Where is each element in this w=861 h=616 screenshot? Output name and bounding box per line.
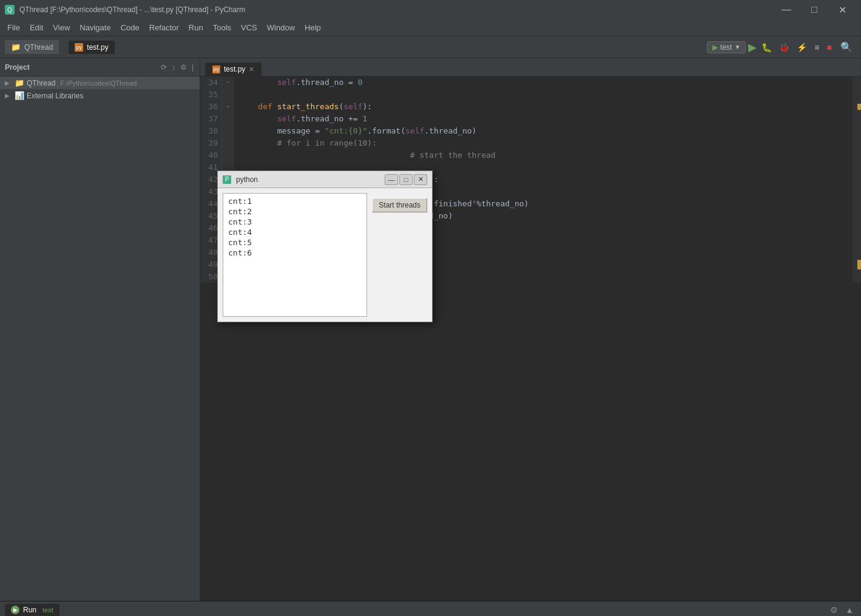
debug-button[interactable]: 🐛 (759, 41, 774, 53)
stop-button[interactable]: ■ (825, 41, 834, 53)
menu-file[interactable]: File (2, 21, 25, 35)
right-gutter-46 (853, 222, 861, 234)
minimize-button[interactable]: — (772, 0, 800, 19)
editor-tab-test-py[interactable]: py test.py ✕ (205, 63, 262, 76)
sidebar-collapse-btn[interactable]: ↕ (171, 62, 177, 73)
sidebar-sync-btn[interactable]: ⟳ (160, 62, 168, 73)
sidebar-title: Project (5, 63, 30, 72)
editor-tabs: py test.py ✕ (200, 58, 861, 76)
code-40: # start the thread (234, 149, 853, 161)
file-tab[interactable]: py test.py (69, 41, 114, 54)
bottom-settings-btn[interactable]: ⚙ (828, 604, 840, 616)
run-button[interactable]: ▶ (748, 41, 757, 54)
bottom-panel: ▶ Run test ⚙ ▲ ↺ ■ ⏸ ⇄ ☰ 🔲 🗑 "E:\Program… (0, 601, 861, 616)
run-configuration[interactable]: ▶ test ▼ (707, 41, 746, 53)
search-everywhere-button[interactable]: 🔍 (837, 40, 856, 54)
code-line-35: 35 (200, 89, 861, 101)
right-gutter-41 (853, 161, 861, 174)
toolbar-right: ▶ test ▼ ▶ 🐛 🐞 ⚡ ≡ ■ 🔍 (707, 40, 856, 54)
start-threads-button[interactable]: Start threads (372, 198, 427, 212)
editor-area: py test.py ✕ 34 – self.thread_no = 0 (200, 58, 861, 601)
right-gutter-38 (853, 125, 861, 137)
code-line-38: 38 message = "cnt:{0}".format(self.threa… (200, 125, 861, 137)
python-dialog[interactable]: P python — □ ✕ cnt:1 cnt:2 cnt:3 (217, 171, 433, 322)
sidebar-settings-btn[interactable]: ⚙ (179, 62, 188, 73)
code-35 (234, 89, 853, 101)
right-gutter-45 (853, 210, 861, 222)
code-line-39: 39 # for i in range(10): (200, 137, 861, 149)
code-editor[interactable]: 34 – self.thread_no = 0 35 (200, 76, 861, 601)
close-button[interactable]: ✕ (828, 0, 856, 19)
gutter-35 (222, 89, 234, 101)
menu-edit[interactable]: Edit (25, 21, 48, 35)
coverage-button[interactable]: 🐞 (777, 41, 792, 53)
bottom-controls: ⚙ ▲ (828, 604, 856, 616)
run-tab-name: test (42, 606, 53, 614)
sidebar: Project ⟳ ↕ ⚙ | ▶ 📁 QThread F:\Python\co… (0, 58, 200, 601)
bottom-up-btn[interactable]: ▲ (843, 604, 856, 616)
dialog-maximize-btn[interactable]: □ (399, 174, 413, 185)
code-37: self.thread_no += 1 (234, 113, 853, 125)
sidebar-item-qthread[interactable]: ▶ 📁 QThread F:\Python\codes\QThread (0, 76, 200, 89)
menu-run[interactable]: Run (184, 21, 208, 35)
dialog-close-btn[interactable]: ✕ (414, 174, 427, 185)
fold-arrow-34[interactable]: – (226, 76, 230, 89)
code-line-37: 37 self.thread_no += 1 (200, 113, 861, 125)
run-config-label: test (720, 43, 732, 52)
menu-vcs[interactable]: VCS (236, 21, 262, 35)
code-36: def start_threads(self): (234, 101, 853, 113)
code-34: self.thread_no = 0 (234, 76, 853, 89)
right-gutter-34 (853, 76, 861, 89)
run-config-dropdown-icon: ▼ (734, 44, 740, 50)
run-tab-label: Run (23, 606, 36, 614)
code-38: message = "cnt:{0}".format(self.thread_n… (234, 125, 853, 137)
code-line-40: 40 # start the thread (200, 149, 861, 161)
dialog-minimize-btn[interactable]: — (385, 174, 398, 185)
gutter-mark-36 (857, 104, 861, 110)
menu-navigate[interactable]: Navigate (75, 21, 115, 35)
sidebar-item-external-libraries[interactable]: ▶ 📊 External Libraries (0, 89, 200, 102)
menu-help[interactable]: Help (300, 21, 326, 35)
run-dashboard-button[interactable]: ≡ (812, 41, 822, 53)
code-line-34: 34 – self.thread_no = 0 (200, 76, 861, 89)
sidebar-actions: ⟳ ↕ ⚙ | (160, 62, 195, 73)
fold-arrow-36[interactable]: – (226, 101, 230, 113)
file-icon: py (212, 66, 220, 73)
right-gutter-40 (853, 149, 861, 161)
toolbar: 📁 QThread py test.py ▶ test ▼ ▶ 🐛 🐞 ⚡ ≡ … (0, 36, 861, 58)
right-gutter-48 (853, 246, 861, 259)
gutter-34: – (222, 76, 234, 89)
menu-window[interactable]: Window (262, 21, 300, 35)
menu-refactor[interactable]: Refactor (144, 21, 184, 35)
project-folder-icon: 📁 (11, 42, 21, 52)
menu-view[interactable]: View (48, 21, 75, 35)
dialog-listbox[interactable]: cnt:1 cnt:2 cnt:3 cnt:4 cnt:5 cnt:6 (223, 193, 367, 317)
gutter-38 (222, 125, 234, 137)
external-libraries-label: External Libraries (27, 92, 83, 100)
editor-content[interactable]: 34 – self.thread_no = 0 35 (200, 76, 861, 601)
qthread-path: F:\Python\codes\QThread (60, 80, 137, 87)
gutter-40 (222, 149, 234, 161)
right-gutter-44 (853, 198, 861, 210)
maximize-button[interactable]: □ (800, 0, 828, 19)
editor-tab-label: test.py (224, 65, 245, 73)
run-tab[interactable]: ▶ Run test (5, 604, 59, 616)
run-config-icon: ▶ (712, 43, 718, 52)
right-gutter-39 (853, 137, 861, 149)
sidebar-pin-btn[interactable]: | (191, 62, 195, 73)
titlebar: Q QThread [F:\Python\codes\QThread] - ..… (0, 0, 861, 19)
gutter-36: – (222, 101, 234, 113)
right-gutter-42 (853, 174, 861, 186)
sidebar-content: ▶ 📁 QThread F:\Python\codes\QThread ▶ 📊 … (0, 76, 200, 601)
dialog-body: cnt:1 cnt:2 cnt:3 cnt:4 cnt:5 cnt:6 Star… (218, 188, 432, 322)
menu-tools[interactable]: Tools (208, 21, 236, 35)
project-breadcrumb[interactable]: 📁 QThread (5, 40, 59, 54)
profile-button[interactable]: ⚡ (794, 41, 809, 53)
right-gutter-47 (853, 234, 861, 246)
menu-code[interactable]: Code (116, 21, 144, 35)
gutter-39 (222, 137, 234, 149)
dialog-controls: — □ ✕ (385, 174, 427, 185)
editor-tab-close[interactable]: ✕ (249, 66, 254, 73)
list-item-cnt5: cnt:5 (226, 237, 364, 248)
gutter-37 (222, 113, 234, 125)
